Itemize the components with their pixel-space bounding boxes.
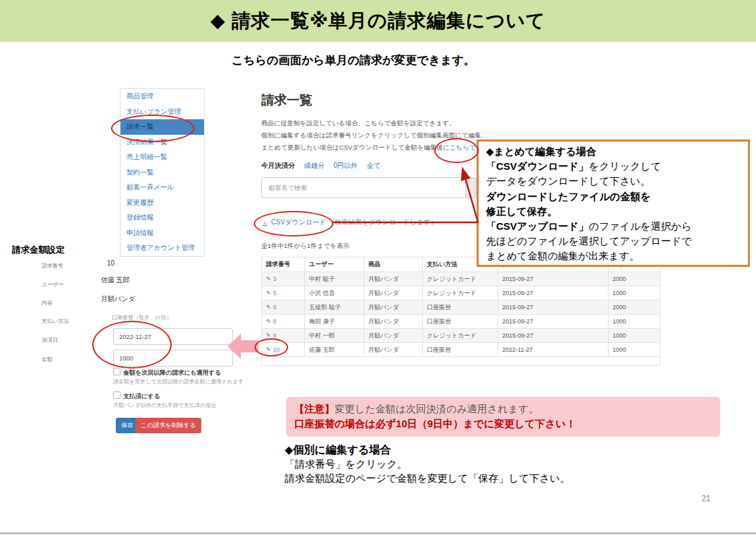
billing-description: 商品に従量制を設定している場合、こちらで金額を設定できます。 個別に編集する場合…: [261, 117, 487, 154]
edit-icon: ✎: [266, 318, 271, 325]
invoice-number-link[interactable]: 3: [273, 276, 277, 282]
edit-icon: ✎: [266, 304, 271, 311]
apply-next-help: 課金額を変更して次回以降の請求金額に適用されます: [113, 378, 244, 385]
sidebar-item-registration-info[interactable]: 登録情報: [121, 210, 204, 226]
slide: ◆ 請求一覧※単月の請求編集について こちらの画面から単月の請求が変更できます。…: [0, 0, 756, 535]
col-user: ユーザー: [305, 257, 364, 272]
table-empty-row: [262, 357, 660, 366]
edit-icon: ✎: [266, 346, 271, 353]
table-row: ✎10 佐藤 五郎 月額パンダ 口座振替 2022-11-27 1000: [262, 343, 660, 357]
invoice-number-link[interactable]: 5: [273, 290, 277, 296]
download-icon: ↓: [263, 219, 267, 226]
field-label-date: 決済日: [42, 336, 58, 344]
sidebar: 商品管理 支払いプラン管理 請求一覧 決済結果一覧 売上明細一覧 契約一覧 顧客…: [120, 88, 205, 257]
field-value-method: 口座振替（毎月、27日）: [112, 314, 172, 321]
apply-next-checkbox[interactable]: [113, 368, 121, 375]
individual-edit-section: ◆個別に編集する場合 「請求番号」をクリック。 請求金額設定のページで金額を変更…: [285, 443, 570, 485]
sidebar-item-contracts[interactable]: 契約一覧: [121, 165, 204, 181]
customer-search-input[interactable]: [262, 178, 477, 197]
page-title: ◆ 請求一覧※単月の請求編集について: [211, 8, 546, 34]
customer-search-box: [261, 177, 477, 198]
field-value-invoice-no: 10: [107, 259, 114, 267]
table-row: ✎3 中村 聡子 月額パンダ クレジットカード 2015-09-27 2000: [262, 272, 660, 286]
sidebar-item-settlement-results[interactable]: 決済結果一覧: [121, 135, 204, 150]
table-row: ✎6 五稜郭 聡子 月額パンダ 口座振替 2015-09-27 2000: [262, 301, 660, 315]
paid-help: 月額パンダ以外の支払手段で支払済の場合: [113, 402, 216, 409]
description-line-3: まとめて更新したい場合はCSVダウンロードして金額を編集後にこちらで: [261, 141, 487, 154]
description-line-1: 商品に従量制を設定している場合、こちらで金額を設定できます。: [261, 117, 487, 129]
csv-download-note: （検索結果をダウンロードします）: [328, 218, 437, 226]
tab-nonzero[interactable]: 0円以外: [334, 162, 358, 169]
slide-title-bar: ◆ 請求一覧※単月の請求編集について: [0, 0, 756, 42]
edit-icon: ✎: [266, 276, 271, 282]
field-label-invoice-no: 請求番号: [42, 262, 63, 270]
apply-next-checkbox-row: 金額を次回以降の請求にも適用する: [113, 368, 221, 377]
bulk-edit-title: ◆まとめて編集する場合: [486, 144, 741, 159]
table-row: ✎8 梅田 康子 月額パンダ 口座振替 2015-09-27 1000: [262, 315, 660, 329]
paid-checkbox[interactable]: [113, 391, 121, 399]
table-row: ✎5 小沢 信吾 月額パンダ クレジットカード 2015-09-27 1000: [262, 286, 660, 301]
sidebar-item-admin-account[interactable]: 管理者アカウント管理: [121, 241, 204, 256]
result-count-text: 全1件中1件から1件までを表示: [261, 242, 349, 251]
billing-amount-setting-heading: 請求金額設定: [12, 244, 65, 256]
field-value-content: 月額パンダ: [101, 294, 135, 304]
edit-icon: ✎: [266, 290, 271, 296]
col-product: 商品: [364, 257, 423, 272]
page-number: 21: [701, 494, 710, 503]
billing-filter-tabs: 今月決済分 繰越分 0円以外 全て: [261, 161, 388, 170]
amount-input[interactable]: [113, 350, 233, 367]
csv-download-row: ↓ CSVダウンロード （検索結果をダウンロードします）: [263, 218, 437, 227]
settlement-date-input[interactable]: [113, 328, 233, 345]
col-invoice-no: 請求番号: [262, 257, 305, 272]
individual-edit-title: ◆個別に編集する場合: [285, 443, 570, 457]
tab-carryover[interactable]: 繰越分: [304, 162, 324, 169]
field-label-user: ユーザー: [42, 281, 63, 288]
sidebar-item-product-management[interactable]: 商品管理: [121, 89, 204, 104]
caution-label: 【注意】: [294, 403, 335, 414]
delete-invoice-button[interactable]: この請求を削除する: [135, 418, 201, 433]
tab-this-month[interactable]: 今月決済分: [261, 162, 295, 169]
invoice-number-link[interactable]: 8: [273, 318, 277, 325]
sidebar-item-billing-list[interactable]: 請求一覧: [121, 119, 204, 135]
search-addon[interactable]: [465, 178, 476, 197]
edit-icon: ✎: [266, 332, 271, 339]
field-label-method: 支払い方法: [42, 317, 69, 325]
sidebar-item-sales-details[interactable]: 売上明細一覧: [121, 150, 204, 165]
table-row: ✎9 中村 一郎 月額パンダ クレジットカード 2015-09-27 1000: [262, 329, 660, 343]
caution-note: 【注意】変更した金額は次回決済のみ適用されます。 口座振替の場合は必ず10日（9…: [286, 397, 720, 437]
sidebar-item-customer-bulk-mail[interactable]: 顧客一斉メール: [121, 180, 204, 195]
billing-list-heading: 請求一覧: [261, 92, 312, 109]
field-label-content: 内容: [42, 299, 53, 307]
field-value-user: 佐藤 五郎: [101, 276, 130, 285]
sidebar-item-application-info[interactable]: 申請情報: [121, 226, 204, 241]
csv-download-link[interactable]: CSVダウンロード: [271, 218, 327, 226]
paid-checkbox-row: 支払済にする: [113, 391, 160, 401]
bulk-edit-callout: ◆まとめて編集する場合 「CSVダウンロード」をクリックして データをダウンロー…: [477, 139, 750, 267]
tab-all[interactable]: 全て: [367, 162, 380, 169]
description-line-2: 個別に編集する場合は請求番号リンクをクリックして個別編集画面にて編集、: [261, 129, 487, 141]
invoice-number-link-10[interactable]: 10: [273, 346, 280, 353]
invoice-number-link[interactable]: 6: [273, 304, 277, 311]
kochira-link[interactable]: こちらで: [450, 144, 476, 151]
sidebar-item-change-history[interactable]: 変更履歴: [121, 195, 204, 211]
field-label-amount: 金額: [42, 356, 53, 363]
invoice-number-link[interactable]: 9: [273, 332, 277, 339]
slide-bottom-border: [0, 532, 756, 534]
sidebar-item-payment-plan[interactable]: 支払いプラン管理: [121, 104, 204, 120]
billing-table: 請求番号 ユーザー 商品 支払い方法 決済日 金額 ✎3 中村 聡子 月額パンダ…: [261, 257, 660, 366]
slide-subtitle: こちらの画面から単月の請求が変更できます。: [0, 53, 707, 68]
